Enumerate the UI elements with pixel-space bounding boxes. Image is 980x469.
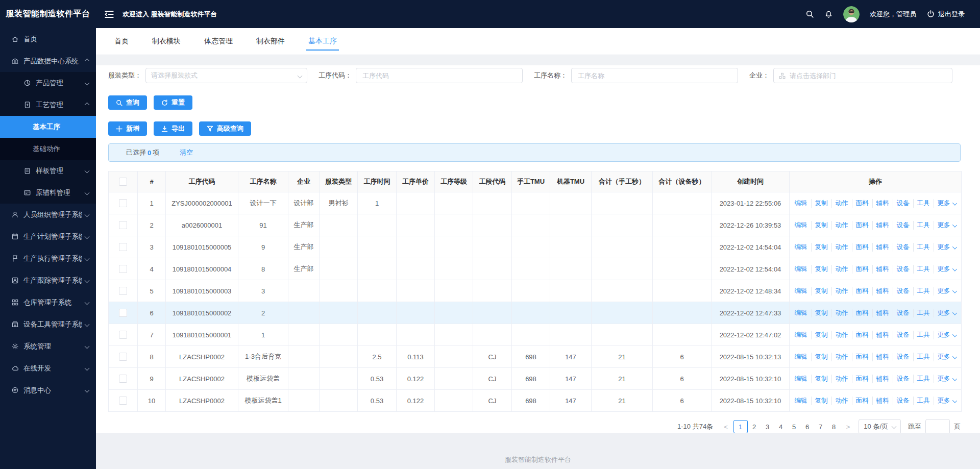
sidebar-item[interactable]: 原辅料管理 [0, 182, 96, 204]
row-action-link[interactable]: 工具 [913, 199, 934, 208]
tab-0[interactable]: 首页 [114, 28, 129, 55]
row-action-link[interactable]: 辅料 [872, 243, 893, 252]
row-action-link[interactable]: 工具 [913, 353, 934, 361]
row-action-link[interactable]: 辅料 [872, 287, 893, 295]
row-action-link[interactable]: 设备 [893, 375, 913, 383]
row-action-link[interactable]: 设备 [893, 243, 913, 252]
row-action-link[interactable]: 复制 [811, 309, 831, 317]
row-action-link[interactable]: 编辑 [791, 199, 811, 208]
pagination-page-6[interactable]: 6 [801, 421, 814, 433]
row-action-link[interactable]: 设备 [893, 199, 913, 208]
menu-fold-icon[interactable] [104, 10, 114, 19]
row-action-link[interactable]: 复制 [811, 243, 831, 252]
advanced-query-button[interactable]: 高级查询 [199, 121, 251, 136]
sidebar-item[interactable]: 生产跟踪管理子系统 [0, 269, 96, 291]
row-action-link[interactable]: 编辑 [791, 309, 811, 317]
sidebar-item[interactable]: 基础动作 [0, 138, 96, 160]
row-action-link[interactable]: 面料 [852, 309, 872, 317]
row-action-link[interactable]: 编辑 [791, 287, 811, 295]
row-action-more[interactable]: 更多 [934, 287, 960, 295]
row-action-link[interactable]: 工具 [913, 375, 934, 383]
reset-button[interactable]: 重置 [154, 95, 192, 110]
pagination-page-7[interactable]: 7 [814, 421, 827, 433]
sidebar-item[interactable]: 产品管理 [0, 72, 96, 94]
row-checkbox[interactable] [119, 331, 127, 339]
pagination-page-5[interactable]: 5 [788, 421, 801, 433]
row-action-link[interactable]: 工具 [913, 309, 934, 317]
row-action-link[interactable]: 工具 [913, 397, 934, 405]
row-action-link[interactable]: 编辑 [791, 221, 811, 230]
row-action-link[interactable]: 编辑 [791, 353, 811, 361]
row-action-link[interactable]: 复制 [811, 287, 831, 295]
sidebar-item[interactable]: 消息中心 [0, 379, 96, 401]
pagination-page-2[interactable]: 2 [748, 421, 761, 433]
row-action-link[interactable]: 面料 [852, 221, 872, 230]
row-action-more[interactable]: 更多 [934, 309, 960, 317]
row-action-link[interactable]: 动作 [831, 221, 852, 230]
row-checkbox[interactable] [119, 199, 127, 207]
row-action-link[interactable]: 辅料 [872, 397, 893, 405]
search-button[interactable]: 查询 [108, 95, 147, 110]
row-action-link[interactable]: 工具 [913, 287, 934, 295]
bell-icon[interactable] [824, 10, 833, 18]
row-action-link[interactable]: 编辑 [791, 375, 811, 383]
row-action-link[interactable]: 复制 [811, 375, 831, 383]
row-action-link[interactable]: 工具 [913, 221, 934, 230]
pagination-page-1[interactable]: 1 [733, 420, 748, 433]
tab-4[interactable]: 基本工序 [308, 28, 337, 55]
row-action-more[interactable]: 更多 [934, 221, 960, 230]
row-action-link[interactable]: 面料 [852, 199, 872, 208]
row-action-link[interactable]: 设备 [893, 353, 913, 361]
row-action-link[interactable]: 辅料 [872, 353, 893, 361]
row-action-link[interactable]: 编辑 [791, 265, 811, 274]
row-action-link[interactable]: 动作 [831, 375, 852, 383]
row-action-more[interactable]: 更多 [934, 397, 960, 405]
row-checkbox[interactable] [119, 287, 127, 295]
row-action-link[interactable]: 面料 [852, 353, 872, 361]
row-action-more[interactable]: 更多 [934, 353, 960, 361]
row-action-link[interactable]: 面料 [852, 265, 872, 274]
process-name-input[interactable] [577, 71, 732, 80]
search-icon[interactable] [805, 10, 814, 18]
row-action-link[interactable]: 设备 [893, 265, 913, 274]
row-action-link[interactable]: 面料 [852, 287, 872, 295]
row-action-link[interactable]: 辅料 [872, 331, 893, 339]
row-action-link[interactable]: 辅料 [872, 199, 893, 208]
row-action-link[interactable]: 工具 [913, 265, 934, 274]
pagination-page-3[interactable]: 3 [761, 421, 774, 433]
add-button[interactable]: 新增 [108, 121, 147, 136]
row-action-link[interactable]: 复制 [811, 397, 831, 405]
sidebar-item[interactable]: 工艺管理 [0, 94, 96, 116]
row-action-link[interactable]: 辅料 [872, 265, 893, 274]
sidebar-item[interactable]: 设备工具管理子系统 [0, 313, 96, 335]
row-action-link[interactable]: 工具 [913, 331, 934, 339]
row-action-link[interactable]: 设备 [893, 221, 913, 230]
export-button[interactable]: 导出 [154, 121, 192, 136]
sidebar-item[interactable]: 首页 [0, 28, 96, 50]
row-checkbox[interactable] [119, 243, 127, 251]
row-action-more[interactable]: 更多 [934, 243, 960, 252]
enterprise-input[interactable] [789, 71, 947, 80]
sidebar-item[interactable]: 人员组织管理子系统 [0, 204, 96, 226]
user-avatar[interactable] [843, 6, 860, 22]
row-action-link[interactable]: 动作 [831, 199, 852, 208]
row-action-link[interactable]: 动作 [831, 353, 852, 361]
sidebar-item[interactable]: 生产执行管理子系统 [0, 248, 96, 269]
row-action-more[interactable]: 更多 [934, 265, 960, 274]
row-action-link[interactable]: 复制 [811, 331, 831, 339]
row-action-link[interactable]: 面料 [852, 331, 872, 339]
sidebar-item[interactable]: 产品数据中心系统 [0, 50, 96, 72]
row-action-link[interactable]: 设备 [893, 287, 913, 295]
row-action-link[interactable]: 动作 [831, 243, 852, 252]
select-all-checkbox[interactable] [119, 178, 127, 186]
row-action-link[interactable]: 辅料 [872, 375, 893, 383]
row-action-link[interactable]: 动作 [831, 287, 852, 295]
row-checkbox[interactable] [119, 265, 127, 273]
clear-selection-link[interactable]: 清空 [180, 148, 193, 157]
row-action-link[interactable]: 面料 [852, 243, 872, 252]
row-action-link[interactable]: 动作 [831, 265, 852, 274]
row-action-link[interactable]: 编辑 [791, 397, 811, 405]
pagination-next[interactable]: > [844, 423, 853, 431]
row-checkbox[interactable] [119, 309, 127, 317]
row-action-link[interactable]: 动作 [831, 309, 852, 317]
